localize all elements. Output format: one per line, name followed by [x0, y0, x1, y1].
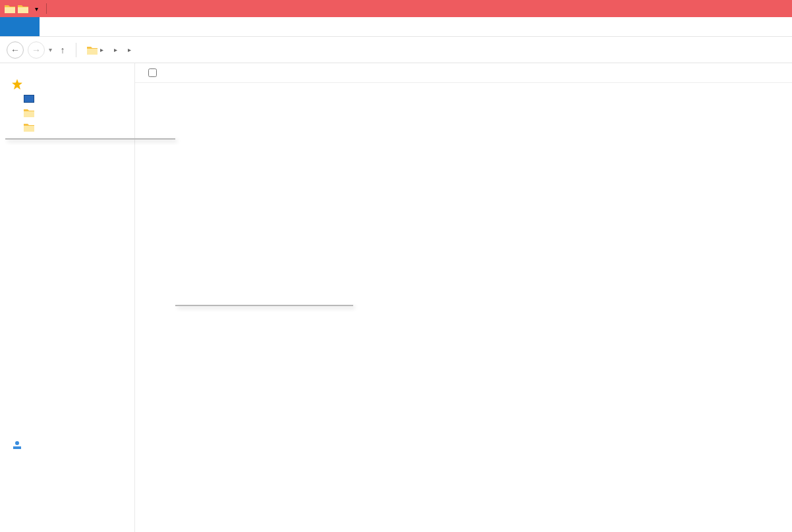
tab-view[interactable]	[87, 17, 111, 36]
nav-item-gdrive[interactable]	[12, 120, 134, 134]
chevron-right-icon[interactable]: ▸	[100, 46, 103, 53]
svg-rect-1	[13, 446, 21, 449]
folder-icon	[24, 122, 34, 132]
sendto-submenu[interactable]	[175, 305, 353, 306]
tab-home[interactable]	[40, 17, 63, 36]
tab-share[interactable]	[63, 17, 87, 36]
qat-folder-icon[interactable]	[4, 3, 16, 14]
back-button[interactable]: ←	[7, 41, 24, 59]
nav-pane	[0, 63, 135, 532]
address-bar: ← → ▾ ↑ ▸ ▸ ▸	[0, 37, 792, 63]
chevron-right-icon[interactable]: ▸	[114, 46, 117, 53]
nav-favorites[interactable]	[12, 76, 134, 92]
crumb-pc[interactable]	[106, 49, 111, 51]
breadcrumb[interactable]: ▸ ▸ ▸	[87, 45, 139, 55]
crumb-documents[interactable]	[120, 49, 125, 51]
nav-item-downloads[interactable]	[12, 105, 134, 120]
nav-network[interactable]	[12, 437, 134, 453]
column-headers[interactable]	[135, 63, 792, 83]
qat-folder2-icon[interactable]	[17, 3, 29, 14]
file-list	[135, 63, 792, 532]
nav-item-desktop[interactable]	[12, 92, 134, 105]
file-tab[interactable]	[0, 17, 40, 36]
crumb-current[interactable]	[134, 49, 139, 51]
qat-separator	[46, 3, 47, 14]
network-icon	[12, 440, 22, 450]
context-menu[interactable]	[5, 138, 175, 140]
up-button[interactable]: ↑	[56, 45, 69, 55]
ribbon-tabs	[0, 17, 792, 37]
folder-icon	[87, 45, 98, 55]
forward-button[interactable]: →	[28, 41, 45, 59]
select-all-checkbox[interactable]	[148, 68, 157, 77]
title-bar: ▾	[0, 0, 792, 17]
qat-dropdown-icon[interactable]: ▾	[30, 3, 42, 14]
star-icon	[12, 79, 22, 90]
chevron-right-icon[interactable]: ▸	[128, 46, 131, 53]
desktop-icon	[24, 95, 34, 103]
nav-separator	[76, 43, 76, 57]
svg-point-0	[15, 441, 19, 445]
folder-icon	[24, 108, 34, 117]
history-dropdown-icon[interactable]: ▾	[49, 46, 52, 53]
